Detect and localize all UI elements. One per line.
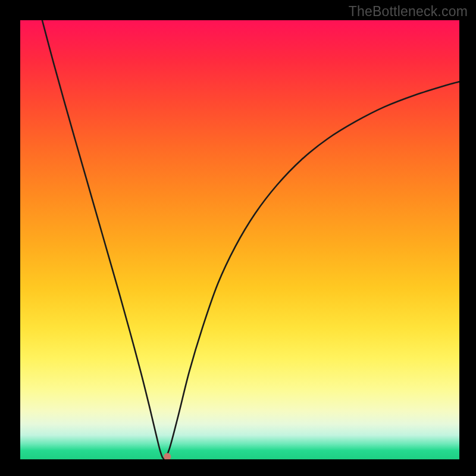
plot-area — [20, 20, 459, 459]
chart-stage: TheBottleneck.com — [0, 0, 476, 476]
curve-svg — [20, 20, 459, 459]
watermark-label: TheBottleneck.com — [349, 4, 468, 20]
chart-curve — [42, 20, 459, 459]
min-point-marker — [164, 453, 171, 459]
